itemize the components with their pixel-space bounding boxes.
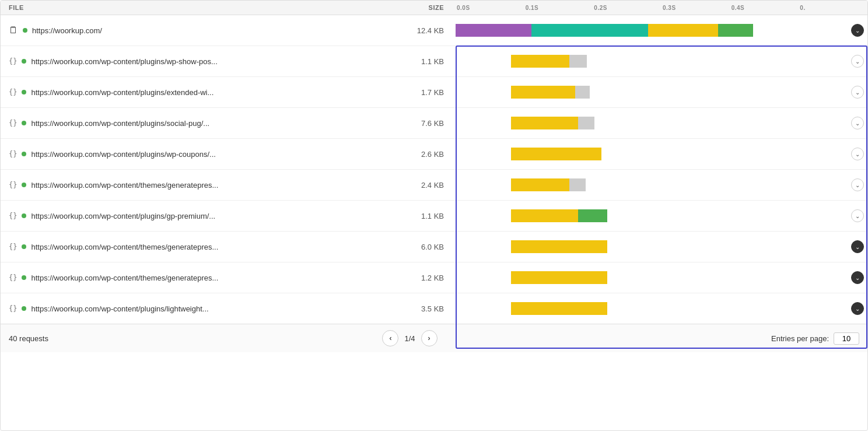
cell-timeline: ⌄ <box>456 15 867 45</box>
status-dot <box>22 275 26 280</box>
expand-button[interactable]: ⌄ <box>851 55 864 68</box>
cell-file: {} https://woorkup.com/wp-content/plugin… <box>1 114 397 132</box>
table-row: {} https://woorkup.com/wp-content/plugin… <box>1 77 867 108</box>
json-icon: {} <box>9 181 17 189</box>
expand-button[interactable]: ⌄ <box>851 117 864 129</box>
timeline-marker-5: 0. <box>799 5 867 11</box>
file-url[interactable]: https://woorkup.com/wp-content/plugins/e… <box>31 88 214 97</box>
entries-input[interactable] <box>834 332 859 345</box>
file-url[interactable]: https://woorkup.com/wp-content/themes/ge… <box>31 181 218 190</box>
timeline-marker-2: 0.2s <box>593 5 662 11</box>
timeline-marker-0: 0.0s <box>456 5 524 11</box>
bar-gray <box>578 117 594 129</box>
expand-button[interactable]: ⌄ <box>851 178 864 191</box>
expand-button[interactable]: ⌄ <box>851 240 864 253</box>
file-url[interactable]: https://woorkup.com/ <box>32 26 102 35</box>
bar-gray <box>569 178 586 191</box>
bar-container <box>456 115 867 131</box>
status-dot <box>22 121 26 125</box>
bar-yellow <box>511 302 607 315</box>
table-row: {} https://woorkup.com/wp-content/plugin… <box>1 293 867 324</box>
bar-gray <box>575 86 590 99</box>
file-url[interactable]: https://woorkup.com/wp-content/plugins/l… <box>31 304 208 313</box>
cell-file: {} https://woorkup.com/wp-content/plugin… <box>1 145 397 163</box>
next-page-button[interactable]: › <box>421 330 438 346</box>
cell-file: {} https://woorkup.com/wp-content/plugin… <box>1 300 397 318</box>
bar-gray <box>569 55 587 68</box>
status-dot <box>22 152 26 156</box>
cell-size: 3.5 KB <box>397 304 456 313</box>
file-url[interactable]: https://woorkup.com/wp-content/plugins/w… <box>31 150 216 159</box>
status-dot <box>22 244 26 249</box>
expand-button[interactable]: ⌄ <box>851 302 864 315</box>
status-dot <box>22 306 26 311</box>
status-dot <box>22 183 26 187</box>
cell-file: {} https://woorkup.com/wp-content/themes… <box>1 238 397 256</box>
rows-wrapper: 🗒 https://woorkup.com/ 12.4 KB ⌄ {} h <box>1 15 867 324</box>
bar-yellow <box>511 117 578 129</box>
json-icon: {} <box>9 274 17 282</box>
bar-container <box>456 22 867 38</box>
bar-container <box>456 53 867 69</box>
cell-timeline: ⌄ <box>456 139 867 169</box>
file-url[interactable]: https://woorkup.com/wp-content/themes/ge… <box>31 243 218 251</box>
status-dot <box>22 59 26 64</box>
expand-button[interactable]: ⌄ <box>851 271 864 284</box>
bar-container <box>456 239 867 255</box>
bar-container <box>456 269 867 286</box>
file-url[interactable]: https://woorkup.com/wp-content/themes/ge… <box>31 274 218 282</box>
bar-yellow <box>648 24 718 37</box>
json-icon: {} <box>9 119 17 127</box>
cell-file: {} https://woorkup.com/wp-content/themes… <box>1 269 397 287</box>
cell-size: 7.6 KB <box>397 119 456 128</box>
expand-button[interactable]: ⌄ <box>851 24 864 37</box>
status-dot <box>23 28 27 33</box>
cell-size: 6.0 KB <box>397 243 456 251</box>
timeline-marker-3: 0.3s <box>662 5 730 11</box>
file-url[interactable]: https://woorkup.com/wp-content/plugins/w… <box>31 57 217 66</box>
expand-button[interactable]: ⌄ <box>851 86 864 99</box>
cell-file: {} https://woorkup.com/wp-content/plugin… <box>1 207 397 225</box>
bar-yellow <box>511 178 569 191</box>
bar-yellow <box>511 271 607 284</box>
cell-size: 2.4 KB <box>397 181 456 190</box>
table-row: {} https://woorkup.com/wp-content/plugin… <box>1 139 867 170</box>
cell-size: 12.4 KB <box>397 26 456 35</box>
bar-green <box>718 24 753 37</box>
json-icon: {} <box>9 57 17 65</box>
bar-container <box>456 300 867 317</box>
entries-label: Entries per page: <box>771 334 829 343</box>
table-row: {} https://woorkup.com/wp-content/plugin… <box>1 46 867 77</box>
bar-yellow <box>511 209 578 222</box>
table-row: {} https://woorkup.com/wp-content/themes… <box>1 170 867 201</box>
cell-size: 2.6 KB <box>397 150 456 159</box>
cell-file: 🗒 https://woorkup.com/ <box>1 20 397 40</box>
bar-container <box>456 177 867 193</box>
file-url[interactable]: https://woorkup.com/wp-content/plugins/s… <box>31 119 209 128</box>
cell-timeline: ⌄ <box>456 170 867 200</box>
cell-file: {} https://woorkup.com/wp-content/themes… <box>1 176 397 194</box>
table-footer: 40 requests ‹ 1/4 › Entries per page: <box>1 324 867 352</box>
bar-container <box>456 84 867 100</box>
status-dot <box>22 90 26 94</box>
cell-size: 1.7 KB <box>397 88 456 97</box>
cell-size: 1.1 KB <box>397 212 456 220</box>
network-table: FILE SIZE 0.0s 0.1s 0.2s 0.3s 0.4s 0. 🗒 … <box>0 0 868 431</box>
col-size-header: SIZE <box>397 4 456 11</box>
bar-teal <box>531 24 648 37</box>
expand-button[interactable]: ⌄ <box>851 148 864 160</box>
page-info: 1/4 <box>402 334 417 343</box>
cell-size: 1.1 KB <box>397 57 456 66</box>
status-dot <box>22 213 26 218</box>
prev-page-button[interactable]: ‹ <box>382 330 398 346</box>
cell-file: {} https://woorkup.com/wp-content/plugin… <box>1 52 397 71</box>
request-count: 40 requests <box>9 334 48 343</box>
expand-button[interactable]: ⌄ <box>851 209 864 222</box>
bar-purple <box>456 24 531 37</box>
file-url[interactable]: https://woorkup.com/wp-content/plugins/g… <box>31 212 215 220</box>
cell-timeline: ⌄ <box>456 262 867 293</box>
table-row: 🗒 https://woorkup.com/ 12.4 KB ⌄ <box>1 15 867 46</box>
cell-timeline: ⌄ <box>456 293 867 324</box>
cell-timeline: ⌄ <box>456 201 867 231</box>
cell-timeline: ⌄ <box>456 232 867 262</box>
